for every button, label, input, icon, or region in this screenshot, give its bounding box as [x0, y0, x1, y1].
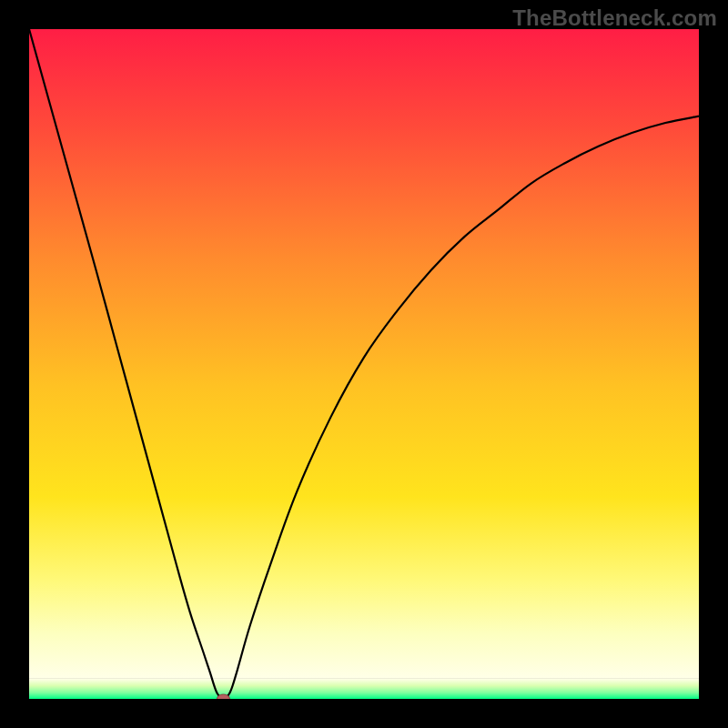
chart-container: TheBottleneck.com	[0, 0, 728, 728]
bottom-green-band	[29, 679, 699, 699]
watermark-text: TheBottleneck.com	[512, 5, 717, 31]
background-gradient	[29, 29, 699, 679]
chart-svg	[29, 29, 699, 699]
plot-area	[29, 29, 699, 699]
